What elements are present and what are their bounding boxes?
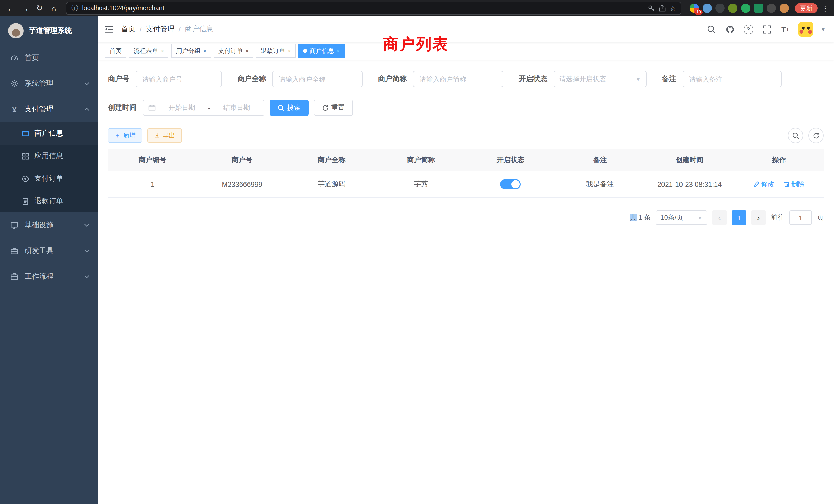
export-button[interactable]: 导出 — [147, 128, 182, 143]
back-icon[interactable]: ← — [4, 2, 18, 15]
tab-home[interactable]: 首页 — [105, 44, 126, 58]
remark-input[interactable] — [682, 71, 782, 87]
sidebar-item-workflow[interactable]: 工作流程 — [0, 264, 97, 290]
close-icon[interactable]: × — [161, 48, 164, 54]
field-label: 商户简称 — [378, 74, 407, 84]
remark-input-field[interactable] — [688, 75, 776, 84]
extension-icon-7[interactable] — [767, 4, 776, 13]
prev-page-button[interactable]: ‹ — [712, 210, 727, 225]
extension-icon-6[interactable] — [754, 4, 763, 13]
github-icon[interactable] — [724, 24, 736, 35]
sidebar: 芋道管理系统 首页 系统管理 — [0, 17, 97, 504]
status-select[interactable]: 请选择开启状态 ▼ — [554, 71, 646, 87]
add-button-label: 新增 — [123, 131, 136, 140]
browser-menu-icon[interactable]: ⋮ — [821, 4, 830, 12]
page-number-1[interactable]: 1 — [732, 210, 746, 225]
sidebar-item-home[interactable]: 首页 — [0, 45, 97, 71]
toolbox-icon — [10, 247, 19, 255]
filter-create-time: 创建时间 开始日期 - 结束日期 — [108, 99, 264, 116]
next-page-button[interactable]: › — [751, 210, 766, 225]
goto-page-input[interactable] — [789, 210, 812, 225]
search-icon[interactable] — [706, 24, 717, 35]
search-button[interactable]: 搜索 — [270, 99, 309, 116]
close-icon[interactable]: × — [245, 48, 249, 54]
sidebar-item-label: 支付管理 — [25, 105, 53, 114]
sidebar-item-pay-order[interactable]: 支付订单 — [0, 167, 97, 190]
cell-merchant-id: 1 — [108, 171, 197, 197]
target-icon — [22, 175, 29, 182]
calendar-icon — [148, 104, 156, 111]
page-size-value: 10条/页 — [660, 213, 683, 222]
close-icon[interactable]: × — [337, 48, 340, 54]
sidebar-item-infrastructure[interactable]: 基础设施 — [0, 212, 97, 238]
cell-actions: 修改 删除 — [734, 171, 824, 197]
help-icon[interactable]: ? — [743, 24, 754, 35]
reload-icon[interactable]: ↻ — [33, 2, 46, 15]
home-icon[interactable]: ⌂ — [47, 2, 61, 15]
reset-button[interactable]: 重置 — [314, 99, 353, 116]
close-icon[interactable]: × — [288, 48, 291, 54]
total-count-highlight: 共 — [630, 213, 637, 221]
field-label: 开启状态 — [519, 74, 547, 84]
bookmark-star-icon[interactable]: ☆ — [670, 4, 676, 12]
extension-icon-3[interactable] — [716, 4, 725, 13]
fullscreen-icon[interactable] — [761, 24, 772, 35]
sidebar-item-app-info[interactable]: 应用信息 — [0, 145, 97, 167]
screen: ← → ↻ ⌂ ⓘ localhost:1024/pay/merchant ☆ … — [0, 0, 834, 504]
forward-icon[interactable]: → — [19, 2, 32, 15]
page-size-select[interactable]: 10条/页 ▼ — [656, 210, 707, 225]
site-info-icon[interactable]: ⓘ — [71, 4, 78, 13]
chevron-down-icon: ▼ — [697, 215, 703, 221]
close-icon[interactable]: × — [203, 48, 206, 54]
merchant-no-input[interactable] — [136, 71, 222, 87]
extension-icon-1[interactable]: 10 — [690, 4, 699, 13]
url-text[interactable]: localhost:1024/pay/merchant — [82, 5, 644, 12]
toggle-search-icon[interactable] — [788, 128, 803, 143]
refresh-icon[interactable] — [808, 128, 824, 143]
add-button[interactable]: ＋ 新增 — [108, 128, 142, 143]
breadcrumb-home[interactable]: 首页 — [121, 25, 136, 34]
avatar-caret-icon[interactable]: ▼ — [821, 26, 826, 32]
col-header-merchant-no: 商户号 — [197, 150, 287, 171]
share-icon[interactable] — [659, 5, 666, 12]
sidebar-item-system[interactable]: 系统管理 — [0, 71, 97, 96]
cell-merchant-short: 芋艿 — [376, 171, 466, 197]
user-avatar[interactable] — [798, 22, 813, 37]
tab-refund-order[interactable]: 退款订单 × — [256, 44, 296, 58]
tab-label: 用户分组 — [176, 46, 200, 55]
tab-user-group[interactable]: 用户分组 × — [171, 44, 211, 58]
hamburger-icon[interactable] — [97, 17, 121, 42]
tab-process-form[interactable]: 流程表单 × — [129, 44, 169, 58]
goto-suffix: 页 — [817, 213, 824, 222]
delete-link[interactable]: 删除 — [784, 180, 805, 189]
col-header-actions: 操作 — [734, 150, 824, 171]
merchant-short-input[interactable] — [413, 71, 503, 87]
edit-link[interactable]: 修改 — [753, 180, 774, 189]
tab-pay-order[interactable]: 支付订单 × — [214, 44, 254, 58]
date-range-picker[interactable]: 开始日期 - 结束日期 — [143, 99, 264, 116]
status-toggle[interactable] — [500, 179, 521, 189]
merchant-name-input[interactable] — [272, 71, 363, 87]
merchant-no-input-field[interactable] — [141, 75, 216, 84]
field-label: 备注 — [662, 74, 676, 84]
merchant-name-input-field[interactable] — [278, 75, 357, 84]
chrome-update-button[interactable]: 更新 — [795, 3, 817, 13]
font-size-icon[interactable]: TT — [780, 24, 791, 35]
address-bar[interactable]: ⓘ localhost:1024/pay/merchant ☆ — [66, 2, 681, 15]
extension-icon-4[interactable] — [728, 4, 738, 13]
sidebar-item-payment[interactable]: ¥ 支付管理 — [0, 96, 97, 122]
breadcrumb-payment[interactable]: 支付管理 — [146, 25, 175, 34]
tab-label: 首页 — [109, 46, 122, 55]
browser-profile-avatar[interactable] — [780, 4, 789, 13]
plus-icon: ＋ — [114, 131, 121, 140]
sidebar-item-refund-order[interactable]: 退款订单 — [0, 190, 97, 212]
field-label: 创建时间 — [108, 103, 137, 112]
sidebar-item-dev-tools[interactable]: 研发工具 — [0, 238, 97, 264]
sidebar-item-label: 工作流程 — [25, 272, 53, 281]
merchant-short-input-field[interactable] — [419, 75, 498, 84]
sidebar-item-merchant-info[interactable]: 商户信息 — [0, 122, 97, 145]
password-key-icon[interactable] — [648, 5, 655, 12]
extension-icon-5[interactable] — [741, 4, 750, 13]
tab-merchant-info[interactable]: 商户信息 × — [299, 44, 345, 58]
extension-icon-2[interactable] — [703, 4, 712, 13]
